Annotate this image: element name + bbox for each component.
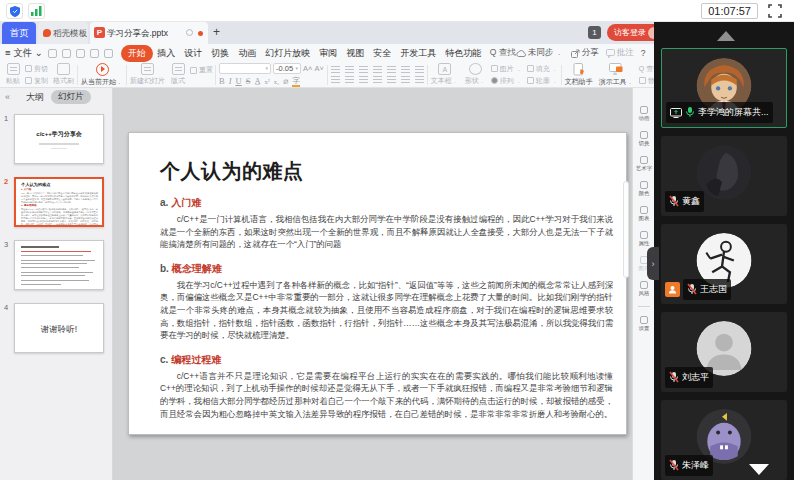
play-icon bbox=[96, 63, 109, 76]
cut-button[interactable]: 剪切 bbox=[25, 64, 48, 74]
ribbon-tab[interactable]: 切换 bbox=[207, 45, 234, 62]
print-icon[interactable] bbox=[62, 49, 71, 58]
increase-font-icon[interactable]: A˄ bbox=[303, 64, 312, 73]
ribbon-tab[interactable]: 设计 bbox=[180, 45, 207, 62]
superscript-button[interactable]: x² bbox=[265, 77, 270, 86]
notification-badge[interactable]: 1 bbox=[588, 26, 601, 39]
tab-home[interactable]: 首页 bbox=[2, 22, 36, 44]
font-color-button[interactable]: A̲ bbox=[254, 77, 260, 86]
doc-assistant-button[interactable]: 文档助手 bbox=[562, 63, 596, 87]
current-slide[interactable]: 个人认为的难点 a. 入门难c/C++是一门计算机语言，我相信包括我在内大部分同… bbox=[128, 132, 627, 435]
tab-docer[interactable]: 稻壳模板 bbox=[38, 22, 88, 44]
collapse-panel-icon[interactable]: « bbox=[5, 92, 10, 102]
subscript-button[interactable]: x₂ bbox=[274, 77, 280, 86]
member-badge-icon bbox=[665, 282, 680, 297]
shapes-button[interactable]: 形状﹒ bbox=[462, 63, 489, 86]
side-tool-7[interactable]: 风格 bbox=[633, 281, 654, 296]
undo-icon[interactable] bbox=[90, 49, 99, 58]
fullscreen-icon[interactable] bbox=[768, 4, 782, 18]
participant-tile[interactable]: 王志国 bbox=[661, 224, 787, 304]
slide-thumbnail-1[interactable]: 1c/c++学习分享会 bbox=[0, 114, 113, 164]
font-family-select[interactable]: ▾ bbox=[219, 63, 271, 74]
bold-button[interactable]: B bbox=[219, 77, 225, 86]
ribbon-tab[interactable]: 特色功能 bbox=[441, 45, 486, 62]
new-slide-button[interactable]: 新建幻灯片 bbox=[127, 63, 168, 86]
fill-button[interactable]: 填充﹒ bbox=[527, 64, 559, 74]
arrange-button[interactable]: 排列﹒ bbox=[491, 76, 523, 86]
ppt-file-icon: P bbox=[94, 27, 105, 38]
canvas-scrollbar[interactable] bbox=[623, 181, 629, 278]
italic-button[interactable]: I bbox=[229, 77, 232, 86]
present-tools-button[interactable]: 演示工具﹒ bbox=[596, 63, 637, 87]
outline-button[interactable]: 轮廓﹒ bbox=[527, 76, 559, 86]
ribbon-tab[interactable]: 动画 bbox=[234, 45, 261, 62]
redo-icon[interactable] bbox=[104, 49, 113, 58]
underline-button[interactable]: U bbox=[236, 77, 242, 86]
new-tab-button[interactable]: + bbox=[213, 25, 220, 39]
strikethrough-button[interactable]: S bbox=[246, 77, 251, 86]
save-icon[interactable] bbox=[48, 49, 57, 58]
ribbon-tab[interactable]: 插入 bbox=[153, 45, 180, 62]
scroll-down-arrow[interactable] bbox=[749, 464, 769, 475]
security-shield-icon[interactable] bbox=[6, 3, 23, 19]
slide-section: a. 入门难c/C++是一门计算机语言，我相信包括我在内大部分同学在中学阶段是没… bbox=[160, 196, 613, 251]
slides-tab[interactable]: 幻灯片 bbox=[51, 90, 91, 104]
ribbon-tab[interactable]: 幻灯片放映 bbox=[261, 45, 315, 62]
participant-tile[interactable]: 李学鸿的屏幕共... bbox=[661, 48, 787, 128]
font-size-select[interactable]: -0.05▾ bbox=[273, 63, 301, 74]
participant-tile[interactable]: 刘志平 bbox=[661, 312, 787, 392]
ribbon-tab[interactable]: 审阅 bbox=[315, 45, 342, 62]
participant-name: 王志国 bbox=[700, 283, 727, 296]
preview-icon[interactable] bbox=[76, 49, 85, 58]
slide-title[interactable]: 个人认为的难点 bbox=[160, 158, 626, 185]
meeting-sidebar: 李学鸿的屏幕共...黄鑫王志国刘志平朱泽峰 bbox=[654, 22, 794, 480]
help-icon[interactable]: ? bbox=[641, 48, 646, 58]
highlight-button[interactable]: 字 bbox=[292, 76, 300, 87]
screen: 01:07:57 首页 稻壳模板 P 学习分享会.pptx + 1 访客登录 ≡… bbox=[0, 0, 794, 480]
editor-canvas[interactable]: 个人认为的难点 a. 入门难c/C++是一门计算机语言，我相信包括我在内大部分同… bbox=[113, 88, 632, 480]
side-tool-0[interactable]: 动画 bbox=[633, 106, 654, 121]
network-signal-icon[interactable] bbox=[28, 3, 45, 19]
sidebar-collapse-handle[interactable]: › bbox=[647, 247, 659, 280]
tab-document[interactable]: P 学习分享会.pptx bbox=[90, 22, 208, 44]
slide-section: b. 概念理解难我在学习c/C++过程中遇到了各种各样新的概念，比如“指针”、“… bbox=[160, 262, 613, 342]
replace-button[interactable]: 替换﹒ bbox=[639, 76, 654, 86]
share-button[interactable]: 分享 bbox=[571, 47, 599, 59]
meeting-timer: 01:07:57 bbox=[701, 3, 758, 19]
slide-section: c. 编程过程难c/C++语言并不只是理论知识，它是需要在编程平台上运行的实实在… bbox=[160, 353, 613, 420]
format-painter-button[interactable]: 格式刷 bbox=[50, 63, 77, 86]
participant-tile[interactable]: 黄鑫 bbox=[661, 136, 787, 216]
ribbon-tab[interactable]: 开发工具 bbox=[396, 45, 441, 62]
comment-button[interactable]: 批注 bbox=[606, 47, 634, 59]
upgrade-icon[interactable] bbox=[186, 29, 193, 36]
ribbon-toolbar: 粘贴 剪切 复制 格式刷 从当前开始﹒ 新建幻灯片 版式 重置 x ▾ -0.0… bbox=[0, 62, 654, 88]
side-tool-8[interactable]: 设置 bbox=[633, 316, 654, 331]
file-menu[interactable]: ≡ 文件 ⌄ bbox=[5, 47, 43, 60]
clear-format-button[interactable]: ⌀ bbox=[283, 77, 288, 86]
decrease-font-icon[interactable]: A˅ bbox=[314, 64, 323, 73]
layout-button[interactable]: 版式 bbox=[168, 63, 188, 86]
picture-button[interactable]: 图片﹒ bbox=[491, 64, 523, 74]
mic-muted-icon bbox=[669, 369, 679, 387]
paste-button[interactable]: 粘贴 bbox=[3, 63, 23, 86]
ribbon-tab[interactable]: 安全 bbox=[369, 45, 396, 62]
side-tool-2[interactable]: 艺术字 bbox=[633, 156, 654, 171]
textbox-button[interactable]: A文本框﹒ bbox=[428, 63, 462, 86]
slide-thumbnail-3[interactable]: 3 bbox=[0, 240, 113, 290]
slide-thumbnail-2[interactable]: 2个人认为的难点a. 入门难c/C++是一门计算机语言，我相信包括我在内大部分同… bbox=[0, 177, 113, 227]
reset-button[interactable]: 重置 bbox=[190, 65, 213, 75]
ribbon-tab[interactable]: 开始 bbox=[121, 45, 153, 62]
play-from-current-button[interactable]: 从当前开始﹒ bbox=[78, 63, 126, 87]
ribbon-search[interactable]: Q 查找 bbox=[490, 47, 516, 59]
slide-thumbnail-4[interactable]: 4谢谢聆听! bbox=[0, 303, 113, 353]
scroll-up-arrow[interactable] bbox=[717, 31, 735, 41]
ribbon-tab[interactable]: 视图 bbox=[342, 45, 369, 62]
side-tool-3[interactable]: 颜色 bbox=[633, 181, 654, 196]
sync-status[interactable]: 未同步﹒ bbox=[516, 47, 564, 59]
side-tool-1[interactable]: 切换 bbox=[633, 131, 654, 146]
find-button[interactable]: Q查找 bbox=[639, 64, 654, 74]
copy-button[interactable]: 复制 bbox=[25, 76, 48, 86]
side-tool-5[interactable]: 属性 bbox=[633, 231, 654, 246]
outline-tab[interactable]: 大纲 bbox=[26, 91, 44, 104]
side-tool-4[interactable]: 图表 bbox=[633, 206, 654, 221]
